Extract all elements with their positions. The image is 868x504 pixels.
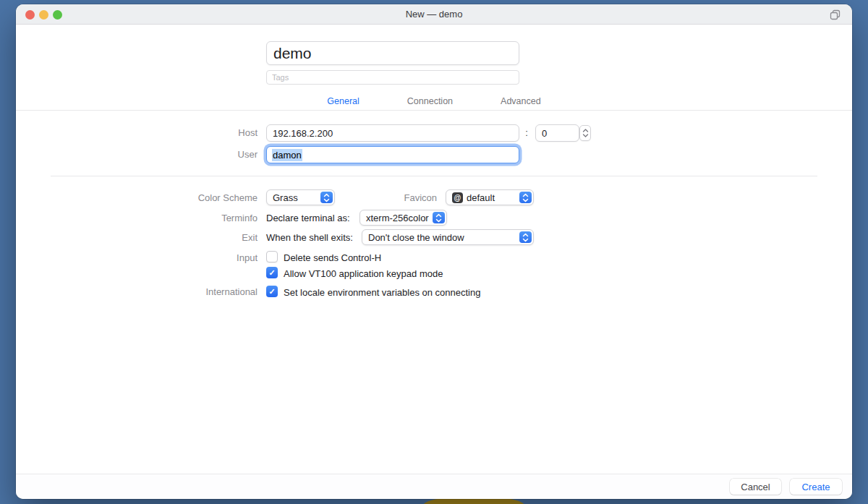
section-divider [51, 176, 817, 176]
tabs-divider [16, 110, 852, 111]
exit-text: When the shell exits: [266, 232, 353, 243]
host-input[interactable] [266, 124, 519, 142]
terminfo-value: xterm-256color [366, 213, 429, 223]
tab-connection[interactable]: Connection [407, 96, 453, 106]
exit-dropdown[interactable]: Don't close the window [362, 229, 534, 245]
at-icon: @ [452, 192, 463, 203]
favicon-label: Favicon [220, 192, 437, 203]
window-title: New — demo [16, 4, 852, 25]
input-label: Input [41, 252, 258, 263]
host-port-separator: : [522, 127, 531, 138]
checkbox-vt100-keypad[interactable]: ✓ [266, 267, 278, 278]
tab-general[interactable]: General [327, 96, 359, 106]
tab-overview-icon[interactable] [830, 9, 841, 20]
port-input[interactable] [535, 124, 579, 142]
user-value: damon [272, 149, 302, 161]
titlebar: New — demo [16, 4, 852, 25]
tags-input[interactable] [266, 70, 519, 85]
user-label: User [41, 149, 258, 160]
dropdown-stepper-icon [519, 192, 532, 203]
terminfo-dropdown[interactable]: xterm-256color [359, 210, 447, 226]
cancel-button[interactable]: Cancel [730, 479, 781, 495]
checkbox-locale-env[interactable]: ✓ [266, 286, 278, 297]
favicon-dropdown[interactable]: @ default [446, 189, 534, 205]
dropdown-stepper-icon [433, 212, 445, 223]
port-stepper[interactable] [579, 125, 591, 141]
dropdown-stepper-icon [519, 231, 532, 243]
favicon-value: default [467, 192, 495, 203]
host-label: Host [41, 127, 258, 138]
tab-bar: General Connection Advanced [16, 96, 852, 106]
checkbox-label: Allow VT100 application keypad mode [284, 268, 443, 279]
footer: Cancel Create [16, 474, 852, 499]
international-label: International [41, 286, 258, 297]
checkbox-label: Set locale environment variables on conn… [284, 287, 480, 298]
check-icon: ✓ [268, 287, 275, 296]
checkbox-label: Delete sends Control-H [284, 252, 381, 263]
check-icon: ✓ [268, 268, 275, 278]
exit-value: Don't close the window [368, 232, 464, 243]
new-connection-dialog: New — demo General Connection Advanced H… [16, 4, 852, 499]
checkbox-delete-sends-control-h[interactable] [266, 251, 278, 262]
terminfo-text: Declare terminal as: [266, 213, 350, 223]
exit-label: Exit [41, 232, 258, 243]
name-input[interactable] [266, 41, 519, 65]
create-button[interactable]: Create [790, 479, 842, 495]
tab-advanced[interactable]: Advanced [501, 96, 541, 106]
user-input[interactable]: damon [266, 146, 519, 163]
terminfo-label: Terminfo [41, 213, 258, 223]
